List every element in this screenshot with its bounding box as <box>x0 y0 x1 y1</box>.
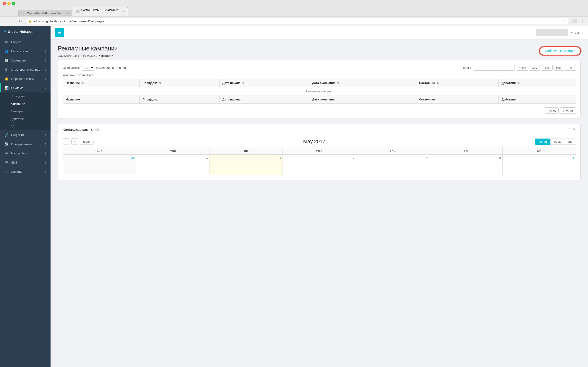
sidebar-label-nastroyki: Настройки <box>11 152 26 155</box>
cal-today-button[interactable]: today <box>80 139 94 144</box>
sidebar-brand: ┸ Global Hotspot <box>0 26 51 37</box>
sidebar-label-sms: SMS <box>11 161 18 164</box>
sidebar-item-posetiteli[interactable]: 👥 Посетители ❮ <box>0 47 51 56</box>
sort-icon-ploshchadka[interactable]: ⇅ <box>159 82 161 84</box>
sort-icon-date-start[interactable]: ⇅ <box>242 82 244 84</box>
sidebar-label-startovaya: Стартовая страница <box>11 68 40 71</box>
cal-day-view-button[interactable]: day <box>564 139 576 145</box>
traffic-light-maximize[interactable] <box>12 2 15 5</box>
table-empty-row: Ничего не найдено <box>63 87 576 95</box>
footer-col-ploshchadka: Площадка <box>140 95 220 104</box>
reload-button[interactable]: ↻ <box>17 18 23 24</box>
traffic-light-minimize[interactable] <box>7 2 10 5</box>
calendar-close-icon[interactable]: ✕ <box>573 127 576 132</box>
csv-button[interactable]: CSV <box>529 65 540 71</box>
prev-page-button[interactable]: назад <box>545 107 559 114</box>
traffic-light-close[interactable] <box>3 2 6 5</box>
calendar-header: Календарь кампаний ⌃ ✕ <box>58 124 580 135</box>
cal-week-1: 30 1 2 3 4 5 <box>63 155 576 175</box>
chevron-right-icon-9: ❮ <box>44 170 46 173</box>
page-size-select[interactable]: 10 <box>82 65 94 71</box>
cal-cell-may5: 5 <box>429 155 502 175</box>
browser-titlebar <box>0 0 588 7</box>
cal-next-button[interactable]: › <box>71 138 78 145</box>
print-button[interactable]: Print <box>565 65 576 71</box>
chevron-right-icon-7: ❮ <box>44 152 46 155</box>
sidebar-item-oborudovanie[interactable]: 📡 Оборудование ❮ <box>0 140 51 149</box>
lock-icon: 🔒 <box>28 19 32 23</box>
sidebar-label-posetiteli: Посетители <box>11 50 28 53</box>
cal-week-view-button[interactable]: week <box>550 139 564 145</box>
cal-cell-may1: 1 <box>136 155 209 175</box>
browser-tab-1[interactable]: CaptivePortalV8 - Тема "Тем... ✕ <box>18 10 72 16</box>
chevron-right-icon-2: ❮ <box>44 59 46 62</box>
sort-icon-state[interactable]: ⇅ <box>437 82 439 84</box>
col-name: Название ⇅ <box>63 79 140 87</box>
sidebar-sub-kampanii[interactable]: Кампании <box>0 100 51 108</box>
app-layout: ┸ Global Hotspot ⊞ Сводка 👥 Посетители ❮… <box>0 26 588 367</box>
sidebar-item-feedback[interactable]: 🔔 Обратная связь ❮ <box>0 74 51 83</box>
browser-chrome: CaptivePortalV8 - Тема "Тем... ✕ Captive… <box>0 0 588 26</box>
tab-close-1[interactable]: ✕ <box>67 12 69 15</box>
equipment-icon: 📡 <box>4 142 9 146</box>
chevron-right-icon-4: ❮ <box>44 77 46 80</box>
cal-month-title: May 2017 <box>96 139 533 144</box>
address-bar[interactable]: 🔒 admin.v8.global-hotspot.ru/ad/vertisem… <box>25 18 570 24</box>
cal-cell-may3: 3 <box>283 155 356 175</box>
chevron-right-icon-5: ❮ <box>44 133 46 136</box>
tab-favicon-1 <box>22 12 25 15</box>
browser-tab-2[interactable]: CaptivePortalV8 - Рекламные ... ✕ <box>73 7 128 16</box>
add-campaign-button[interactable]: Добавить кампанию <box>540 47 581 55</box>
chevron-down-icon: ⌄ <box>44 86 46 90</box>
monitor-icon: 🖥 <box>4 68 9 71</box>
table-controls: Отображать 10 кампаний на странице Поиск… <box>63 65 576 71</box>
sidebar-sub-api[interactable]: API <box>0 123 51 130</box>
next-page-button[interactable]: вперед <box>560 107 576 114</box>
sidebar-label-oborudovanie: Оборудование <box>11 142 32 146</box>
browser-omnibox-bar: ← → ↻ 🔒 admin.v8.global-hotspot.ru/ad/ve… <box>0 16 588 26</box>
sort-icon-date-end[interactable]: ⇅ <box>337 82 339 84</box>
sidebar-label-socseti: Соц.сети <box>11 133 24 137</box>
cal-date-may6: 6 <box>504 156 574 159</box>
pdf-button[interactable]: PDF <box>553 65 564 71</box>
back-button[interactable]: ← <box>3 18 9 24</box>
cal-cell-apr30: 30 <box>63 155 136 175</box>
calendar-card: Календарь кампаний ⌃ ✕ ‹ › today May 201… <box>58 124 581 180</box>
day-header-wed: Wed <box>283 147 356 155</box>
sidebar-item-svodka[interactable]: ⊞ Сводка <box>0 37 51 47</box>
export-buttons: Copy CSV Excel PDF Print <box>517 65 576 71</box>
chevron-right-icon: ❮ <box>44 50 46 53</box>
search-input[interactable] <box>473 65 515 71</box>
chart-icon: 📊 <box>4 86 9 90</box>
sort-icon-name[interactable]: ⇅ <box>82 82 84 84</box>
cal-month-view-button[interactable]: month <box>535 139 550 145</box>
calendar-collapse-icon[interactable]: ⌃ <box>568 127 571 132</box>
excel-button[interactable]: Excel <box>541 65 553 71</box>
extensions-area <box>572 19 578 23</box>
copy-button[interactable]: Copy <box>517 65 528 71</box>
chevron-right-icon-8: ❮ <box>44 161 46 164</box>
sidebar-sub-bannery[interactable]: Баннеры <box>0 108 51 115</box>
sidebar-item-socseti[interactable]: 🔗 Соц.сети ❮ <box>0 130 51 140</box>
sidebar-item-startovaya[interactable]: 🖥 Стартовая страница ❮ <box>0 65 51 74</box>
browser-menu-icon[interactable]: ⋮ <box>579 19 585 24</box>
sidebar-label-callerid: CallerID <box>11 170 22 173</box>
menu-toggle-button[interactable]: ☰ <box>55 28 64 37</box>
sidebar-item-callerid[interactable]: 📞 CallerID ❮ <box>0 167 51 176</box>
sidebar-sub-ploshchadki[interactable]: Площадки <box>0 92 51 100</box>
new-tab-button[interactable]: + <box>128 9 135 16</box>
logout-button[interactable]: ⇨ Выйти <box>571 31 584 34</box>
users-icon: 👥 <box>4 49 9 53</box>
sort-icon-actions[interactable]: ⇅ <box>518 82 519 84</box>
sidebar-item-reklama[interactable]: 📊 Реклама ⌄ <box>0 83 51 92</box>
sidebar-sub-deystviya[interactable]: Действия <box>0 115 51 123</box>
sidebar-item-zavedeniya[interactable]: 🏢 Заведения ❮ <box>0 56 51 65</box>
sidebar-item-nastroyki[interactable]: ⚙ Настройки ❮ <box>0 149 51 158</box>
sidebar-item-sms[interactable]: ✉ SMS ❮ <box>0 158 51 167</box>
bookmark-icon[interactable]: ☆ <box>563 19 566 23</box>
forward-button[interactable]: → <box>10 18 17 24</box>
url-text: admin.v8.global-hotspot.ru/ad/vertisemen… <box>33 19 562 23</box>
topbar: ☰ ⇨ Выйти <box>51 26 588 40</box>
tab-close-2[interactable]: ✕ <box>122 10 124 13</box>
cal-prev-button[interactable]: ‹ <box>63 138 69 145</box>
